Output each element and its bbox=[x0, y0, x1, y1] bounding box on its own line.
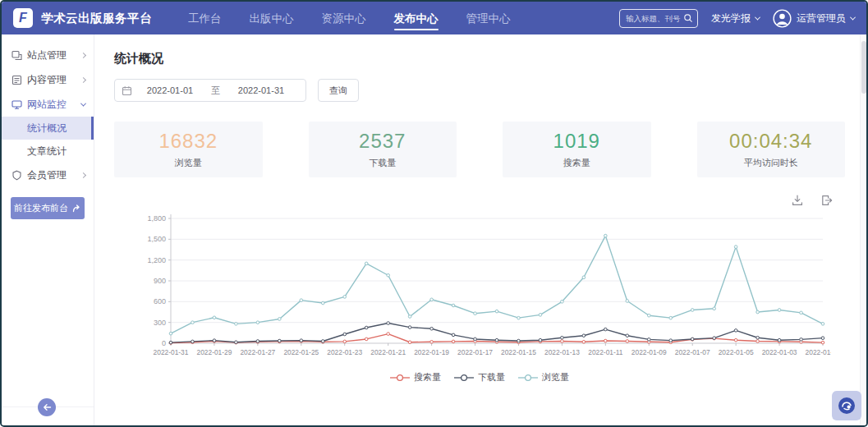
svg-text:2022-01-21: 2022-01-21 bbox=[370, 348, 406, 356]
legend-item[interactable]: 搜索量 bbox=[390, 371, 441, 383]
chevron-right-icon bbox=[80, 172, 86, 177]
sidebar-subitem-statistics-overview[interactable]: 统计概况 bbox=[2, 117, 94, 140]
query-button[interactable]: 查询 bbox=[318, 79, 359, 102]
svg-text:2022-01-31: 2022-01-31 bbox=[154, 348, 189, 356]
sidebar-item-site-management[interactable]: 站点管理 bbox=[2, 43, 94, 67]
download-icon[interactable] bbox=[791, 194, 804, 207]
stat-value: 1019 bbox=[553, 130, 600, 153]
scrollbar[interactable] bbox=[860, 34, 866, 425]
svg-text:300: 300 bbox=[154, 319, 166, 327]
svg-text:2022-01-15: 2022-01-15 bbox=[501, 348, 536, 356]
svg-text:2022-01-17: 2022-01-17 bbox=[457, 348, 493, 356]
sidebar-item-label: 站点管理 bbox=[27, 48, 67, 62]
chart-toolbar bbox=[114, 194, 845, 207]
legend-label: 下载量 bbox=[478, 371, 505, 383]
svg-text:2022-01-19: 2022-01-19 bbox=[414, 348, 449, 356]
legend-marker-icon bbox=[390, 374, 410, 382]
monitor-icon bbox=[11, 99, 22, 110]
nav-item-admin-center[interactable]: 管理中心 bbox=[465, 2, 512, 34]
svg-text:900: 900 bbox=[154, 277, 166, 285]
sidebar-item-content-management[interactable]: 内容管理 bbox=[2, 67, 94, 92]
svg-text:0: 0 bbox=[162, 339, 166, 347]
page-title: 统计概况 bbox=[114, 51, 845, 67]
svg-text:1,800: 1,800 bbox=[147, 214, 166, 223]
user-menu[interactable]: 运营管理员 bbox=[773, 9, 855, 28]
collapse-sidebar-button[interactable] bbox=[38, 398, 56, 416]
nav-item-workbench[interactable]: 工作台 bbox=[186, 2, 223, 34]
date-range-picker[interactable]: 2022-01-01 至 2022-01-31 bbox=[114, 79, 306, 102]
sidebar-subitem-label: 统计概况 bbox=[27, 122, 67, 135]
brand-title: 学术云出版服务平台 bbox=[41, 11, 152, 26]
statistics-chart: 03006009001,2001,5001,8002022-01-312022-… bbox=[114, 210, 845, 383]
date-from-value[interactable]: 2022-01-01 bbox=[132, 85, 208, 95]
stat-card-searches: 1019 搜索量 bbox=[503, 122, 651, 177]
export-icon[interactable] bbox=[820, 194, 834, 207]
avatar bbox=[773, 9, 792, 28]
top-bar: F 学术云出版服务平台 工作台 出版中心 资源中心 发布中心 管理中心 发光学报 bbox=[2, 2, 866, 34]
stat-card-downloads: 2537 下载量 bbox=[309, 122, 457, 177]
stat-label: 平均访问时长 bbox=[744, 157, 798, 169]
stat-card-pageviews: 16832 浏览量 bbox=[114, 122, 263, 177]
svg-text:600: 600 bbox=[154, 297, 166, 305]
svg-text:2022-01-09: 2022-01-09 bbox=[631, 348, 667, 356]
sidebar-subitem-article-statistics[interactable]: 文章统计 bbox=[2, 140, 94, 163]
legend-label: 浏览量 bbox=[542, 371, 569, 383]
stat-label: 浏览量 bbox=[175, 157, 202, 169]
nav-item-publishing-center[interactable]: 出版中心 bbox=[248, 2, 296, 34]
content-icon bbox=[11, 75, 22, 85]
svg-text:2022-01-05: 2022-01-05 bbox=[719, 348, 754, 356]
sites-icon bbox=[11, 50, 22, 61]
svg-text:2022-01-07: 2022-01-07 bbox=[675, 348, 710, 356]
sidebar: 站点管理 内容管理 网站监控 统计概况 文章统计 bbox=[2, 34, 94, 425]
chart-legend: 搜索量下载量浏览量 bbox=[390, 371, 569, 383]
journal-selector-value: 发光学报 bbox=[711, 11, 751, 25]
svg-text:2022-01-27: 2022-01-27 bbox=[240, 348, 275, 356]
svg-text:2022-01-11: 2022-01-11 bbox=[588, 348, 623, 356]
journal-selector[interactable]: 发光学报 bbox=[711, 11, 760, 25]
legend-marker-icon bbox=[518, 374, 538, 382]
svg-text:1,200: 1,200 bbox=[147, 256, 166, 264]
svg-text:2022-01-03: 2022-01-03 bbox=[762, 348, 797, 356]
sidebar-item-label: 网站监控 bbox=[27, 98, 67, 112]
brand-logo: F bbox=[13, 8, 33, 28]
logo-letter: F bbox=[19, 11, 27, 25]
chevron-down-icon bbox=[755, 14, 760, 20]
chevron-right-icon bbox=[80, 52, 86, 57]
stat-value: 2537 bbox=[359, 130, 406, 153]
stat-label: 下载量 bbox=[369, 157, 396, 169]
stat-value: 00:04:34 bbox=[729, 130, 812, 153]
share-arrow-icon bbox=[72, 204, 81, 213]
legend-label: 搜索量 bbox=[414, 371, 441, 383]
topbar-right: 发光学报 运营管理员 bbox=[619, 9, 855, 28]
sidebar-item-member-management[interactable]: 会员管理 bbox=[2, 163, 94, 187]
chevron-right-icon bbox=[80, 76, 86, 82]
chevron-down-icon bbox=[850, 14, 856, 20]
svg-text:2022-01-29: 2022-01-29 bbox=[197, 348, 232, 356]
arrow-left-icon bbox=[43, 403, 52, 411]
sidebar-subitem-label: 文章统计 bbox=[27, 145, 67, 158]
stat-cards: 16832 浏览量 2537 下载量 1019 搜索量 00:04:34 平均访… bbox=[114, 122, 845, 177]
customer-service-button[interactable] bbox=[832, 391, 861, 420]
stat-label: 搜索量 bbox=[563, 157, 590, 169]
sidebar-footer-divider bbox=[2, 406, 94, 407]
scrollbar-thumb[interactable] bbox=[861, 41, 866, 94]
legend-item[interactable]: 下载量 bbox=[454, 371, 505, 383]
date-separator: 至 bbox=[208, 85, 223, 97]
go-to-frontend-button[interactable]: 前往发布前台 bbox=[11, 197, 85, 219]
date-to-value[interactable]: 2022-01-31 bbox=[223, 85, 299, 95]
nav-item-release-center[interactable]: 发布中心 bbox=[393, 2, 440, 34]
svg-text:1,500: 1,500 bbox=[147, 235, 166, 243]
go-to-frontend-label: 前往发布前台 bbox=[14, 202, 68, 214]
sidebar-item-label: 内容管理 bbox=[27, 73, 67, 87]
sidebar-item-site-monitoring[interactable]: 网站监控 bbox=[2, 92, 94, 117]
legend-item[interactable]: 浏览量 bbox=[518, 371, 569, 383]
search-icon[interactable] bbox=[683, 13, 693, 23]
calendar-icon bbox=[122, 85, 132, 96]
user-name: 运营管理员 bbox=[797, 11, 846, 25]
nav-item-resource-center[interactable]: 资源中心 bbox=[320, 2, 368, 34]
sidebar-item-label: 会员管理 bbox=[27, 168, 67, 182]
svg-text:2022-01-13: 2022-01-13 bbox=[544, 348, 580, 356]
search-box bbox=[619, 9, 698, 28]
main-content: 统计概况 2022-01-01 至 2022-01-31 查询 16832 浏览… bbox=[94, 34, 866, 425]
filter-row: 2022-01-01 至 2022-01-31 查询 bbox=[114, 79, 845, 102]
